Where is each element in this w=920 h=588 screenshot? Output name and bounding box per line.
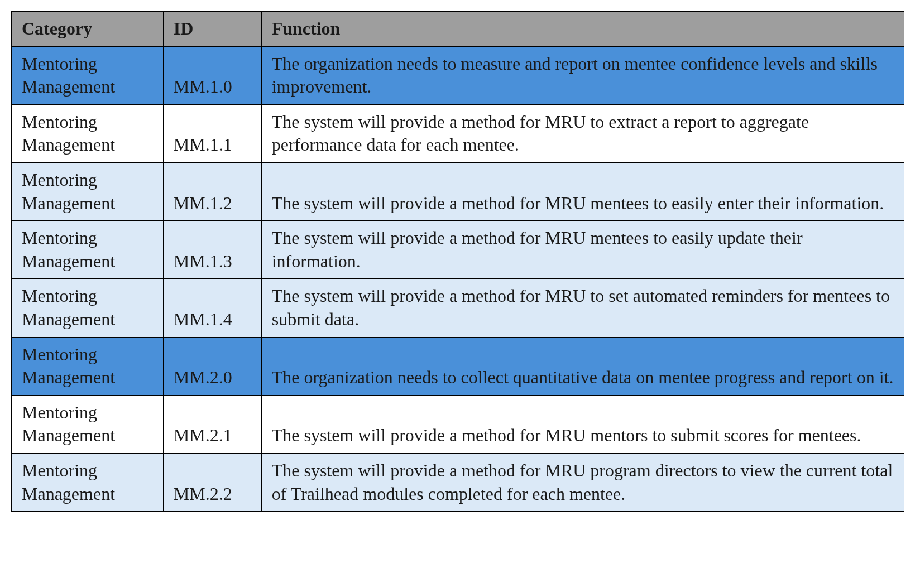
header-id: ID xyxy=(163,12,261,47)
cell-function: The organization needs to measure and re… xyxy=(261,46,904,104)
table-row: Mentoring ManagementMM.1.0The organizati… xyxy=(12,46,904,104)
cell-category: Mentoring Management xyxy=(12,453,164,511)
cell-id: MM.1.0 xyxy=(163,46,261,104)
cell-id: MM.1.1 xyxy=(163,104,261,162)
cell-category: Mentoring Management xyxy=(12,337,164,395)
cell-function: The system will provide a method for MRU… xyxy=(261,221,904,279)
cell-id: MM.1.3 xyxy=(163,221,261,279)
header-category: Category xyxy=(12,12,164,47)
table-row: Mentoring ManagementMM.2.0The organizati… xyxy=(12,337,904,395)
cell-function: The system will provide a method for MRU… xyxy=(261,162,904,220)
cell-function: The organization needs to collect quanti… xyxy=(261,337,904,395)
cell-function: The system will provide a method for MRU… xyxy=(261,279,904,337)
table-row: Mentoring ManagementMM.2.2The system wil… xyxy=(12,453,904,511)
table-header-row: Category ID Function xyxy=(12,12,904,47)
cell-function: The system will provide a method for MRU… xyxy=(261,104,904,162)
table-row: Mentoring ManagementMM.2.1The system wil… xyxy=(12,395,904,453)
cell-id: MM.2.0 xyxy=(163,337,261,395)
cell-category: Mentoring Management xyxy=(12,104,164,162)
requirements-table: Category ID Function Mentoring Managemen… xyxy=(11,11,904,512)
table-row: Mentoring ManagementMM.1.3The system wil… xyxy=(12,221,904,279)
table-row: Mentoring ManagementMM.1.4The system wil… xyxy=(12,279,904,337)
cell-category: Mentoring Management xyxy=(12,221,164,279)
cell-function: The system will provide a method for MRU… xyxy=(261,453,904,511)
cell-category: Mentoring Management xyxy=(12,395,164,453)
cell-id: MM.1.4 xyxy=(163,279,261,337)
cell-id: MM.2.2 xyxy=(163,453,261,511)
cell-id: MM.1.2 xyxy=(163,162,261,220)
cell-category: Mentoring Management xyxy=(12,162,164,220)
cell-function: The system will provide a method for MRU… xyxy=(261,395,904,453)
cell-id: MM.2.1 xyxy=(163,395,261,453)
table-row: Mentoring ManagementMM.1.1The system wil… xyxy=(12,104,904,162)
table-body: Mentoring ManagementMM.1.0The organizati… xyxy=(12,46,904,512)
table-row: Mentoring ManagementMM.1.2The system wil… xyxy=(12,162,904,220)
header-function: Function xyxy=(261,12,904,47)
cell-category: Mentoring Management xyxy=(12,46,164,104)
cell-category: Mentoring Management xyxy=(12,279,164,337)
